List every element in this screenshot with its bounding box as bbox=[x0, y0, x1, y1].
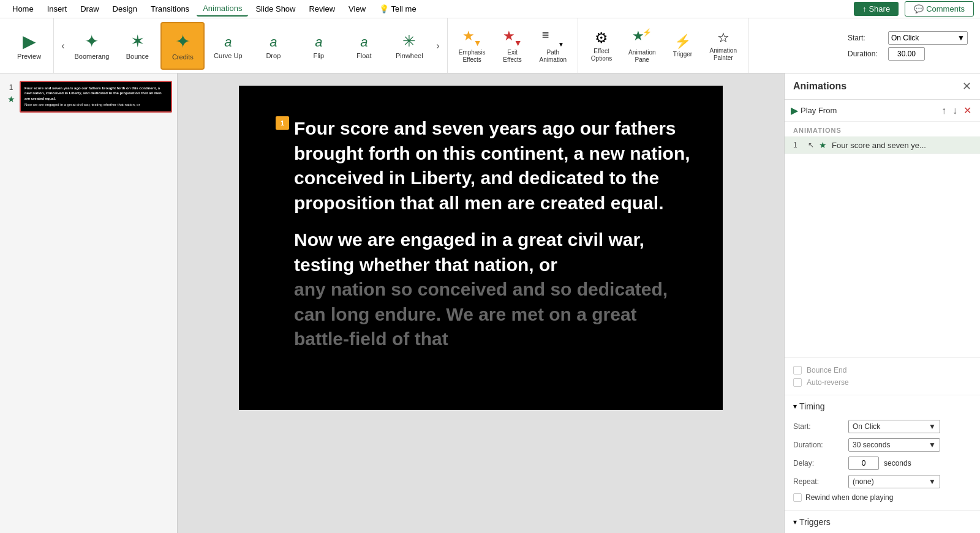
slide-panel: 1 ★ Four score and seven years ago our f… bbox=[0, 73, 178, 533]
menu-tellme[interactable]: 💡 Tell me bbox=[373, 2, 423, 16]
anim-row-num: 1 bbox=[793, 141, 803, 149]
panel-toolbar: ▶ Play From ↑ ↓ ✕ bbox=[785, 100, 980, 122]
timing-start-select[interactable]: On Click ▼ bbox=[848, 420, 940, 433]
timing-header[interactable]: ▾ Timing bbox=[793, 401, 971, 411]
exit-icon: ★ ▼ bbox=[503, 28, 522, 48]
play-from-label: Play From bbox=[801, 106, 837, 115]
animation-credits[interactable]: ✦ Credits bbox=[160, 22, 205, 70]
curveup-label: Curve Up bbox=[214, 52, 242, 59]
timing-repeat-select[interactable]: (none) ▼ bbox=[848, 475, 940, 488]
exit-effects-button[interactable]: ★ ▼ ExitEffects bbox=[494, 24, 531, 67]
animation-pane-icon: ★ ⚡ bbox=[632, 28, 652, 48]
menu-bar: Home Insert Draw Design Transitions Anim… bbox=[0, 0, 980, 18]
menu-design[interactable]: Design bbox=[107, 2, 143, 16]
animation-painter-button[interactable]: ☆ AnimationPainter bbox=[704, 24, 743, 67]
bounce-icon: ✶ bbox=[130, 31, 145, 51]
menu-draw[interactable]: Draw bbox=[74, 2, 105, 16]
slide-animation-indicator: ★ bbox=[7, 94, 15, 104]
menu-home[interactable]: Home bbox=[6, 2, 40, 16]
slide-number: 1 bbox=[9, 83, 13, 92]
timing-repeat-row: Repeat: (none) ▼ bbox=[793, 472, 971, 491]
effect-options-button[interactable]: ⚙ EffectOptions bbox=[583, 24, 620, 67]
menu-transitions[interactable]: Transitions bbox=[145, 2, 195, 16]
bounce-label: Bounce bbox=[126, 53, 149, 60]
canvas-area: 1 Four score and seven years ago our fat… bbox=[178, 73, 784, 533]
preview-button[interactable]: ▶ Preview bbox=[10, 28, 48, 64]
trigger-label: Trigger bbox=[673, 51, 692, 58]
duration-input[interactable] bbox=[888, 47, 925, 61]
timing-start-arrow-icon: ▼ bbox=[929, 422, 936, 431]
triggers-header[interactable]: ▾ Triggers bbox=[793, 517, 971, 527]
duration-label: Duration: bbox=[848, 50, 884, 58]
exit-label: ExitEffects bbox=[503, 49, 521, 64]
scroll-right-button[interactable]: › bbox=[434, 39, 442, 53]
animation-pane-button[interactable]: ★ ⚡ AnimationPane bbox=[622, 24, 662, 67]
toolbar-arrows: ↑ ↓ ✕ bbox=[939, 103, 974, 117]
share-icon: ↑ bbox=[862, 4, 867, 13]
timing-duration-value: 30 seconds bbox=[853, 441, 890, 449]
path-label: PathAnimation bbox=[540, 49, 567, 64]
timing-duration-select[interactable]: 30 seconds ▼ bbox=[848, 438, 940, 452]
animation-list-item[interactable]: 1 ↖ ★ Four score and seven ye... bbox=[785, 136, 980, 154]
animation-flip[interactable]: a Flip bbox=[296, 22, 341, 70]
animation-drop[interactable]: a Drop bbox=[251, 22, 295, 70]
timing-start-label: Start: bbox=[793, 417, 848, 436]
auto-reverse-checkbox[interactable] bbox=[793, 378, 802, 387]
animation-curveup[interactable]: a Curve Up bbox=[206, 22, 250, 70]
anim-row-text: Four score and seven ye... bbox=[832, 141, 926, 150]
painter-label: AnimationPainter bbox=[710, 47, 737, 62]
ribbon-preview-section: ▶ Preview bbox=[5, 18, 54, 73]
timing-delay-input[interactable] bbox=[848, 457, 879, 470]
timing-start-row: Start: On Click ▼ bbox=[793, 417, 971, 436]
timing-group: Start: On Click ▼ Duration: bbox=[848, 31, 968, 61]
panel-close-button[interactable]: ✕ bbox=[962, 80, 971, 93]
animation-bounce[interactable]: ✶ Bounce bbox=[115, 22, 159, 70]
slide-thumbnail[interactable]: Four score and seven years ago our fathe… bbox=[20, 81, 172, 113]
ribbon-options-section: ⚙ EffectOptions ★ ⚡ AnimationPane ⚡ Trig… bbox=[578, 18, 748, 73]
menu-view[interactable]: View bbox=[342, 2, 372, 16]
timing-duration-arrow-icon: ▼ bbox=[929, 441, 936, 449]
animations-panel: Animations ✕ ▶ Play From ↑ ↓ ✕ ANIMATION… bbox=[784, 73, 980, 533]
timing-delay-row: Delay: seconds bbox=[793, 454, 971, 472]
timing-repeat-arrow-icon: ▼ bbox=[929, 477, 936, 486]
move-up-button[interactable]: ↑ bbox=[939, 103, 949, 117]
comments-button[interactable]: 💬 Comments bbox=[905, 1, 974, 17]
animation-boomerang[interactable]: ✦ Boomerang bbox=[69, 22, 114, 70]
menu-slideshow[interactable]: Slide Show bbox=[249, 2, 301, 16]
bounce-end-row: Bounce End bbox=[793, 364, 971, 376]
timing-table: Start: On Click ▼ Duration: 30 seconds ▼ bbox=[793, 417, 971, 491]
triggers-header-label: Triggers bbox=[799, 517, 831, 527]
credits-icon: ✦ bbox=[175, 31, 190, 52]
share-button[interactable]: ↑ Share bbox=[854, 2, 899, 16]
menu-insert[interactable]: Insert bbox=[41, 2, 74, 16]
menu-animations[interactable]: Animations bbox=[197, 1, 248, 17]
cursor-icon: ↖ bbox=[808, 141, 814, 149]
emphasis-effects-button[interactable]: ★ ▼ EmphasisEffects bbox=[453, 24, 492, 67]
menu-review[interactable]: Review bbox=[303, 2, 341, 16]
bounce-end-checkbox[interactable] bbox=[793, 366, 802, 375]
main-area: 1 ★ Four score and seven years ago our f… bbox=[0, 73, 980, 533]
start-select[interactable]: On Click ▼ bbox=[888, 31, 968, 45]
move-down-button[interactable]: ↓ bbox=[950, 103, 960, 117]
effect-options-icon: ⚙ bbox=[595, 29, 608, 47]
duration-row: Duration: bbox=[848, 47, 968, 61]
rewind-checkbox[interactable] bbox=[793, 493, 802, 502]
animation-pinwheel[interactable]: ✳ Pinwheel bbox=[387, 22, 431, 70]
scroll-left-button[interactable]: ‹ bbox=[59, 39, 67, 53]
animation-float[interactable]: a Float bbox=[342, 22, 386, 70]
flip-label: Flip bbox=[313, 52, 324, 59]
path-animation-button[interactable]: ≡ ▼ PathAnimation bbox=[533, 24, 573, 67]
slide-canvas[interactable]: 1 Four score and seven years ago our fat… bbox=[239, 86, 723, 410]
animations-section-label: ANIMATIONS bbox=[785, 122, 980, 136]
slide-main-text: Four score and seven years ago our fathe… bbox=[239, 86, 723, 228]
remove-animation-button[interactable]: ✕ bbox=[961, 103, 974, 117]
trigger-icon: ⚡ bbox=[674, 34, 691, 50]
emphasis-icon: ★ ▼ bbox=[462, 28, 482, 48]
timing-delay-label: Delay: bbox=[793, 454, 848, 472]
play-from-button[interactable]: ▶ Play From bbox=[791, 105, 837, 116]
auto-reverse-label: Auto-reverse bbox=[807, 378, 849, 387]
start-row: Start: On Click ▼ bbox=[848, 31, 968, 45]
trigger-button[interactable]: ⚡ Trigger bbox=[665, 24, 701, 67]
triggers-section: ▾ Triggers bbox=[785, 510, 980, 533]
panel-title: Animations bbox=[793, 81, 846, 92]
